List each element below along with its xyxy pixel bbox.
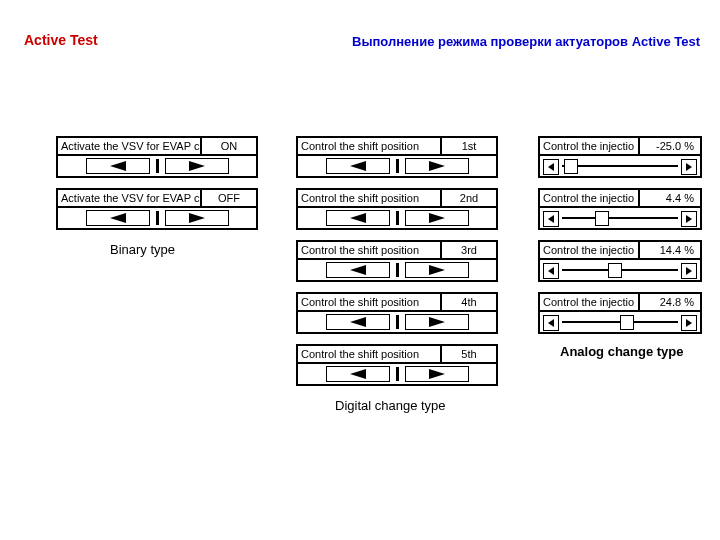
analog-label: Control the injectio [540, 190, 640, 206]
digital-value: 2nd [442, 190, 496, 206]
triangle-left-icon [110, 213, 126, 223]
analog-label: Control the injectio [540, 138, 640, 154]
triangle-right-icon [429, 317, 445, 327]
arrow-left-icon [548, 163, 554, 171]
divider-icon [156, 159, 159, 173]
prev-button[interactable] [326, 314, 390, 330]
analog-panel: Control the injectio -25.0 % [538, 136, 702, 178]
digital-panel: Control the shift position 3rd [296, 240, 498, 282]
triangle-right-icon [429, 161, 445, 171]
digital-label: Control the shift position [298, 190, 442, 206]
next-button[interactable] [405, 314, 469, 330]
slider-track[interactable] [562, 217, 678, 219]
slider-dec-button[interactable] [543, 315, 559, 331]
arrow-right-icon [686, 267, 692, 275]
divider-icon [156, 211, 159, 225]
slider-inc-button[interactable] [681, 263, 697, 279]
binary-value: OFF [202, 190, 256, 206]
digital-label: Control the shift position [298, 138, 442, 154]
section-analog-label: Analog change type [560, 344, 684, 359]
next-button[interactable] [405, 366, 469, 382]
analog-label: Control the injectio [540, 294, 640, 310]
digital-label: Control the shift position [298, 294, 442, 310]
triangle-left-icon [350, 369, 366, 379]
binary-value: ON [202, 138, 256, 154]
triangle-right-icon [429, 213, 445, 223]
binary-panel-on: Activate the VSV for EVAP c ON [56, 136, 258, 178]
page-title-left: Active Test [24, 32, 98, 48]
binary-label: Activate the VSV for EVAP c [58, 190, 202, 206]
prev-button[interactable] [86, 158, 150, 174]
next-button[interactable] [405, 158, 469, 174]
arrow-right-icon [686, 319, 692, 327]
slider-thumb[interactable] [595, 211, 609, 226]
divider-icon [396, 211, 399, 225]
triangle-left-icon [110, 161, 126, 171]
analog-value: -25.0 % [640, 138, 700, 154]
arrow-right-icon [686, 163, 692, 171]
analog-panel: Control the injectio 14.4 % [538, 240, 702, 282]
analog-value: 4.4 % [640, 190, 700, 206]
analog-value: 14.4 % [640, 242, 700, 258]
page-title-right: Выполнение режима проверки актуаторов Ac… [352, 34, 700, 49]
slider-track[interactable] [562, 165, 678, 167]
slider-inc-button[interactable] [681, 315, 697, 331]
triangle-right-icon [429, 369, 445, 379]
slider-thumb[interactable] [620, 315, 634, 330]
digital-value: 4th [442, 294, 496, 310]
prev-button[interactable] [86, 210, 150, 226]
slider-dec-button[interactable] [543, 211, 559, 227]
digital-value: 1st [442, 138, 496, 154]
slider-dec-button[interactable] [543, 263, 559, 279]
analog-panel: Control the injectio 24.8 % [538, 292, 702, 334]
section-binary-label: Binary type [110, 242, 175, 257]
analog-label: Control the injectio [540, 242, 640, 258]
binary-label: Activate the VSV for EVAP c [58, 138, 202, 154]
analog-panel: Control the injectio 4.4 % [538, 188, 702, 230]
triangle-right-icon [189, 213, 205, 223]
digital-panel: Control the shift position 4th [296, 292, 498, 334]
prev-button[interactable] [326, 158, 390, 174]
slider-thumb[interactable] [564, 159, 578, 174]
next-button[interactable] [405, 210, 469, 226]
arrow-right-icon [686, 215, 692, 223]
slider-inc-button[interactable] [681, 211, 697, 227]
digital-panel: Control the shift position 5th [296, 344, 498, 386]
slider-dec-button[interactable] [543, 159, 559, 175]
triangle-left-icon [350, 161, 366, 171]
next-button[interactable] [405, 262, 469, 278]
next-button[interactable] [165, 210, 229, 226]
binary-panel-off: Activate the VSV for EVAP c OFF [56, 188, 258, 230]
digital-panel: Control the shift position 1st [296, 136, 498, 178]
arrow-left-icon [548, 319, 554, 327]
arrow-left-icon [548, 267, 554, 275]
slider-inc-button[interactable] [681, 159, 697, 175]
triangle-left-icon [350, 265, 366, 275]
slider-thumb[interactable] [608, 263, 622, 278]
analog-value: 24.8 % [640, 294, 700, 310]
digital-panel: Control the shift position 2nd [296, 188, 498, 230]
digital-value: 5th [442, 346, 496, 362]
prev-button[interactable] [326, 366, 390, 382]
prev-button[interactable] [326, 262, 390, 278]
divider-icon [396, 159, 399, 173]
digital-value: 3rd [442, 242, 496, 258]
divider-icon [396, 263, 399, 277]
triangle-right-icon [429, 265, 445, 275]
digital-label: Control the shift position [298, 346, 442, 362]
triangle-right-icon [189, 161, 205, 171]
prev-button[interactable] [326, 210, 390, 226]
arrow-left-icon [548, 215, 554, 223]
section-digital-label: Digital change type [335, 398, 446, 413]
next-button[interactable] [165, 158, 229, 174]
triangle-left-icon [350, 317, 366, 327]
triangle-left-icon [350, 213, 366, 223]
digital-label: Control the shift position [298, 242, 442, 258]
divider-icon [396, 315, 399, 329]
divider-icon [396, 367, 399, 381]
